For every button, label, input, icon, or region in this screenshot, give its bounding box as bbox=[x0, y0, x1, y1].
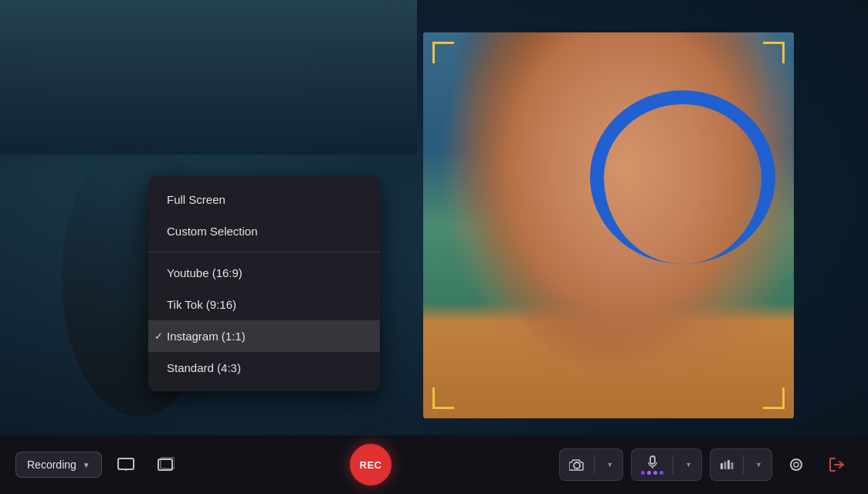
svg-rect-0 bbox=[118, 458, 134, 469]
exit-icon bbox=[828, 456, 845, 473]
menu-item-label-instagram: Instagram (1:1) bbox=[167, 330, 246, 343]
menu-item-label-youtube: Youtube (16:9) bbox=[167, 266, 242, 279]
menu-item-youtube[interactable]: Youtube (16:9) bbox=[148, 257, 380, 289]
mic-dot-3 bbox=[653, 471, 657, 475]
menu-item-label-tiktok: Tik Tok (9:16) bbox=[167, 298, 236, 311]
chevron-down-icon: ▼ bbox=[83, 461, 90, 469]
camera-chevron-icon: ▼ bbox=[606, 461, 613, 469]
svg-rect-11 bbox=[731, 462, 734, 469]
mic-button[interactable] bbox=[632, 449, 673, 480]
mic-inner bbox=[641, 455, 663, 475]
menu-item-custom-selection[interactable]: Custom Selection bbox=[148, 215, 380, 247]
mic-chevron-icon: ▼ bbox=[685, 461, 692, 469]
background-shelf bbox=[0, 0, 417, 154]
corner-bracket-bottom-right bbox=[763, 387, 785, 409]
svg-point-12 bbox=[791, 459, 802, 470]
audio-levels-button[interactable] bbox=[710, 449, 743, 480]
corner-bracket-top-left bbox=[432, 42, 454, 63]
check-mark-icon: ✓ bbox=[154, 330, 163, 342]
recording-label: Recording bbox=[27, 458, 76, 471]
toolbar: Recording ▼ REC ▼ bbox=[0, 435, 868, 494]
camera-dropdown-button[interactable]: ▼ bbox=[595, 449, 622, 480]
mic-control-group: ▼ bbox=[631, 448, 702, 481]
video-preview bbox=[423, 32, 794, 418]
svg-rect-6 bbox=[650, 456, 655, 464]
settings-button[interactable] bbox=[780, 448, 812, 481]
svg-rect-9 bbox=[724, 462, 727, 469]
menu-item-instagram[interactable]: ✓ Instagram (1:1) bbox=[148, 320, 380, 352]
audio-dropdown-button[interactable]: ▼ bbox=[744, 449, 771, 480]
window-capture-button[interactable] bbox=[150, 448, 182, 481]
svg-point-5 bbox=[574, 462, 580, 469]
recording-dropdown-button[interactable]: Recording ▼ bbox=[15, 452, 102, 478]
corner-bracket-bottom-left bbox=[432, 387, 454, 409]
svg-point-13 bbox=[794, 462, 798, 467]
exit-button[interactable] bbox=[820, 448, 853, 481]
video-headphones bbox=[590, 90, 775, 264]
mic-icon bbox=[647, 455, 658, 469]
mic-level-dots bbox=[641, 471, 663, 475]
corner-bracket-top-right bbox=[763, 42, 785, 63]
mic-dot-1 bbox=[641, 471, 645, 475]
camera-control-group: ▼ bbox=[559, 448, 623, 481]
menu-item-label-full-screen: Full Screen bbox=[167, 193, 225, 206]
menu-item-label-standard: Standard (4:3) bbox=[167, 361, 241, 374]
svg-rect-8 bbox=[721, 463, 723, 469]
mic-dropdown-button[interactable]: ▼ bbox=[673, 449, 701, 480]
menu-divider-1 bbox=[148, 252, 380, 252]
window-icon bbox=[158, 457, 175, 472]
svg-rect-10 bbox=[727, 460, 730, 469]
rec-label: REC bbox=[360, 459, 382, 471]
camera-button[interactable] bbox=[560, 449, 594, 480]
mic-dot-4 bbox=[659, 471, 663, 475]
menu-item-tiktok[interactable]: Tik Tok (9:16) bbox=[148, 289, 380, 320]
settings-icon bbox=[788, 456, 805, 473]
menu-item-label-custom-selection: Custom Selection bbox=[167, 225, 258, 238]
rec-button[interactable]: REC bbox=[350, 444, 392, 486]
audio-control-group: ▼ bbox=[710, 448, 772, 481]
screen-icon bbox=[117, 458, 134, 472]
audio-levels-icon bbox=[720, 458, 734, 471]
screen-capture-button[interactable] bbox=[110, 448, 142, 481]
mic-dot-2 bbox=[647, 471, 651, 475]
camera-icon bbox=[569, 458, 585, 471]
capture-mode-dropdown: Full Screen Custom Selection Youtube (16… bbox=[148, 176, 380, 391]
audio-chevron-icon: ▼ bbox=[755, 461, 762, 469]
menu-item-standard[interactable]: Standard (4:3) bbox=[148, 352, 380, 384]
menu-item-full-screen[interactable]: Full Screen bbox=[148, 184, 380, 215]
